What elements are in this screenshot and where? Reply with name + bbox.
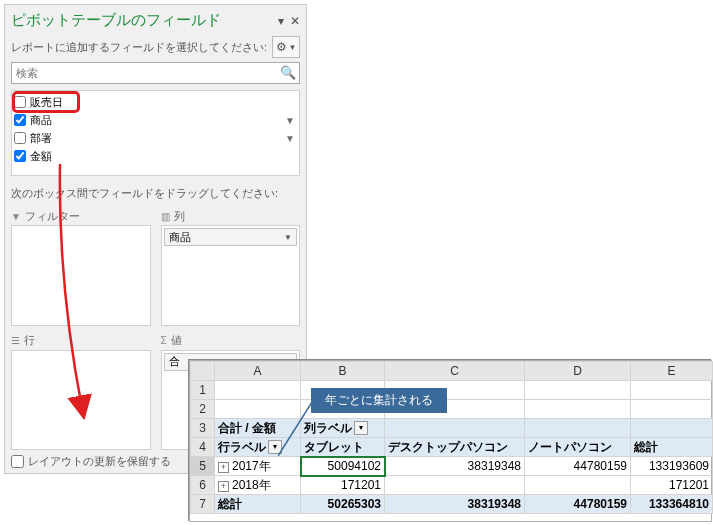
col-header[interactable]: C xyxy=(385,362,525,381)
col-header[interactable]: E xyxy=(631,362,713,381)
filter-icon: ▼ xyxy=(285,133,295,144)
row-header[interactable]: 3 xyxy=(191,419,215,438)
pivot-col-header[interactable]: タブレット xyxy=(301,438,385,457)
cell[interactable]: 44780159 xyxy=(525,457,631,476)
area-label: 値 xyxy=(171,333,182,348)
columns-area[interactable]: ▥列 商品 ▼ xyxy=(161,207,301,326)
cell[interactable] xyxy=(631,419,713,438)
close-icon[interactable]: ✕ xyxy=(290,14,300,28)
gear-button[interactable]: ⚙▼ xyxy=(272,36,300,58)
filters-area[interactable]: ▼フィルター xyxy=(11,207,151,326)
pivot-col-header[interactable]: ノートパソコン xyxy=(525,438,631,457)
filter-icon: ▼ xyxy=(285,115,295,126)
field-label: 商品 xyxy=(30,113,281,128)
row-header[interactable]: 6 xyxy=(191,476,215,495)
columns-icon: ▥ xyxy=(161,211,170,222)
cell[interactable] xyxy=(525,400,631,419)
select-all-corner[interactable] xyxy=(191,362,215,381)
chip-label: 合 xyxy=(169,354,180,369)
field-item[interactable]: 商品 ▼ xyxy=(14,111,297,129)
pivot-row-label[interactable]: +2017年 xyxy=(215,457,301,476)
cell[interactable]: 133193609 xyxy=(631,457,713,476)
pivot-col-header[interactable]: デスクトップパソコン xyxy=(385,438,525,457)
field-item[interactable]: 部署 ▼ xyxy=(14,129,297,147)
area-label: フィルター xyxy=(25,209,80,224)
pivot-total-label[interactable]: 総計 xyxy=(215,495,301,514)
cell[interactable]: 38319348 xyxy=(385,457,525,476)
gear-icon: ⚙ xyxy=(276,40,287,54)
area-label: 行 xyxy=(24,333,35,348)
rows-icon: ☰ xyxy=(11,335,20,346)
defer-checkbox[interactable] xyxy=(11,455,24,468)
field-checkbox[interactable] xyxy=(14,132,26,144)
field-label: 部署 xyxy=(30,131,281,146)
cell[interactable]: 133364810 xyxy=(631,495,713,514)
filter-icon: ▼ xyxy=(11,211,21,222)
field-label: 金額 xyxy=(30,149,297,164)
area-label: 列 xyxy=(174,209,185,224)
col-label-cell[interactable]: 列ラベル▾ xyxy=(301,419,385,438)
pivot-col-header[interactable]: 総計 xyxy=(631,438,713,457)
cell[interactable] xyxy=(215,381,301,400)
cell[interactable] xyxy=(385,476,525,495)
cell[interactable]: 38319348 xyxy=(385,495,525,514)
expand-icon[interactable]: + xyxy=(218,481,229,492)
field-label: 販売日 xyxy=(30,95,297,110)
cell[interactable] xyxy=(525,476,631,495)
cell[interactable] xyxy=(631,400,713,419)
cell[interactable] xyxy=(385,419,525,438)
field-item[interactable]: 販売日 xyxy=(14,93,297,111)
row-header[interactable]: 2 xyxy=(191,400,215,419)
pivot-row-label[interactable]: +2018年 xyxy=(215,476,301,495)
values-icon: Σ xyxy=(161,335,167,346)
cell[interactable]: 50265303 xyxy=(301,495,385,514)
col-header[interactable]: A xyxy=(215,362,301,381)
field-checkbox[interactable] xyxy=(14,114,26,126)
chip-label: 商品 xyxy=(169,230,191,245)
row-header[interactable]: 7 xyxy=(191,495,215,514)
field-item[interactable]: 金額 xyxy=(14,147,297,165)
cell[interactable] xyxy=(525,419,631,438)
cell[interactable] xyxy=(631,381,713,400)
pane-subtitle: レポートに追加するフィールドを選択してください: xyxy=(11,40,267,55)
dropdown-icon[interactable]: ▾ xyxy=(354,421,368,435)
annotation-callout: 年ごとに集計される xyxy=(311,388,447,413)
row-header[interactable]: 1 xyxy=(191,381,215,400)
defer-label: レイアウトの更新を保留する xyxy=(28,454,171,469)
pane-dropdown-icon[interactable]: ▾ xyxy=(278,14,284,28)
col-header[interactable]: D xyxy=(525,362,631,381)
pane-title: ピボットテーブルのフィールド xyxy=(11,11,221,30)
cell[interactable]: 171201 xyxy=(631,476,713,495)
rows-area[interactable]: ☰行 xyxy=(11,332,151,451)
search-input[interactable] xyxy=(11,62,300,84)
drag-hint: 次のボックス間でフィールドをドラッグしてください: xyxy=(11,186,300,201)
col-header[interactable]: B xyxy=(301,362,385,381)
callout-text: 年ごとに集計される xyxy=(311,388,447,413)
field-checkbox[interactable] xyxy=(14,150,26,162)
cell[interactable]: 44780159 xyxy=(525,495,631,514)
field-chip[interactable]: 商品 ▼ xyxy=(164,228,298,246)
row-header[interactable]: 5 xyxy=(191,457,215,476)
cell[interactable]: 171201 xyxy=(301,476,385,495)
spreadsheet: A B C D E 1 2 3 合計 / 金額 列ラベル▾ 4 行ラベル▾ タブ… xyxy=(189,360,712,522)
expand-icon[interactable]: + xyxy=(218,462,229,473)
cell[interactable] xyxy=(525,381,631,400)
cell[interactable]: 50094102 xyxy=(301,457,385,476)
row-header[interactable]: 4 xyxy=(191,438,215,457)
field-checkbox[interactable] xyxy=(14,96,26,108)
chevron-down-icon: ▼ xyxy=(289,43,297,52)
chevron-down-icon: ▼ xyxy=(284,233,292,242)
field-list: 販売日 商品 ▼ 部署 ▼ 金額 xyxy=(11,90,300,176)
